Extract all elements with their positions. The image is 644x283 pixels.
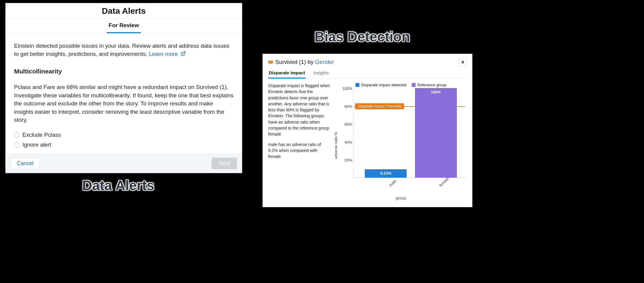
y-tick: 60% bbox=[340, 122, 352, 127]
chart-plot: 20%40%60%80%100%Disparate Impact Thresho… bbox=[354, 88, 465, 178]
bookmark-icon bbox=[461, 60, 465, 64]
dialog-footer: Cancel Next bbox=[6, 154, 242, 173]
svg-line-0 bbox=[183, 52, 185, 54]
y-tick: 20% bbox=[340, 158, 352, 162]
data-alerts-dialog: Data Alerts For Review Einstein detected… bbox=[5, 3, 242, 173]
y-tick: 80% bbox=[340, 104, 352, 109]
x-tick-label: female bbox=[438, 176, 450, 187]
legend-label-reference: Reference group bbox=[417, 83, 446, 87]
legend-swatch-detected bbox=[355, 83, 359, 87]
tab-insights[interactable]: Insights bbox=[313, 68, 329, 78]
threshold-tag: Disparate Impact Threshold bbox=[355, 103, 404, 109]
card-tabs: Disparate Impact Insights bbox=[268, 68, 467, 79]
caption-bias-detection: Bias Detection bbox=[315, 29, 410, 45]
dialog-header: Data Alerts bbox=[6, 3, 242, 19]
caption-data-alerts: Data Alerts bbox=[82, 177, 154, 193]
chart-legend: Disparate impact detected Reference grou… bbox=[335, 83, 467, 87]
card-title-prefix: Survived (1) by bbox=[275, 59, 315, 65]
tab-disparate-impact[interactable]: Disparate Impact bbox=[268, 68, 306, 79]
x-axis-label: group bbox=[335, 196, 467, 200]
option-exclude-pclass[interactable]: Exclude Pclass bbox=[14, 131, 234, 139]
disparate-impact-para2: male has an adverse ratio of 9.2% when c… bbox=[268, 142, 331, 160]
bookmark-button[interactable] bbox=[459, 58, 467, 66]
y-axis-label: adverse ratio % bbox=[334, 132, 338, 159]
alert-description: Pclass and Fare are 68% similar and migh… bbox=[14, 83, 234, 124]
dialog-title: Data Alerts bbox=[102, 6, 146, 16]
x-tick-label: male bbox=[388, 179, 397, 188]
learn-more-label: Learn more bbox=[149, 51, 178, 57]
option-ignore-alert[interactable]: Ignore alert bbox=[14, 141, 234, 149]
flag-icon bbox=[268, 60, 273, 64]
radio-icon bbox=[14, 132, 19, 138]
legend-reference: Reference group bbox=[412, 83, 446, 87]
legend-label-detected: Disparate impact detected bbox=[361, 83, 406, 87]
bias-detection-card: Survived (1) by Gender Disparate Impact … bbox=[263, 54, 472, 207]
disparate-impact-para1: Disparate Impact is flagged when Einstei… bbox=[268, 83, 331, 137]
disparate-impact-text: Disparate Impact is flagged when Einstei… bbox=[268, 83, 331, 205]
bar-value-label: 9.23% bbox=[380, 171, 391, 176]
intro-text-content: Einstein detected possible issues in you… bbox=[14, 43, 229, 57]
intro-text: Einstein detected possible issues in you… bbox=[14, 42, 234, 59]
card-content: Disparate Impact is flagged when Einstei… bbox=[268, 83, 467, 205]
y-tick: 40% bbox=[340, 140, 352, 144]
external-link-icon bbox=[181, 50, 186, 59]
dialog-body: Einstein detected possible issues in you… bbox=[6, 33, 242, 154]
card-title: Survived (1) by Gender bbox=[275, 59, 334, 65]
next-button[interactable]: Next bbox=[212, 158, 237, 169]
bar-male: 9.23% bbox=[365, 169, 407, 178]
tab-for-review[interactable]: For Review bbox=[107, 19, 141, 33]
card-title-row: Survived (1) by Gender bbox=[268, 59, 334, 65]
chart-area: Disparate impact detected Reference grou… bbox=[335, 83, 467, 205]
bar-female: 100% bbox=[415, 88, 457, 178]
option-label: Exclude Pclass bbox=[22, 131, 61, 139]
cancel-button[interactable]: Cancel bbox=[10, 158, 40, 169]
bar-value-label: 100% bbox=[431, 90, 441, 94]
y-tick: 100% bbox=[340, 86, 352, 91]
legend-detected: Disparate impact detected bbox=[355, 83, 406, 87]
card-header: Survived (1) by Gender bbox=[268, 58, 467, 66]
option-label: Ignore alert bbox=[22, 141, 51, 149]
radio-icon bbox=[14, 142, 19, 147]
alert-section-title: Multicollinearity bbox=[14, 67, 234, 76]
dialog-tabs: For Review bbox=[6, 19, 242, 33]
legend-swatch-reference bbox=[412, 83, 416, 87]
learn-more-link[interactable]: Learn more bbox=[149, 51, 186, 57]
card-title-field-link[interactable]: Gender bbox=[315, 59, 334, 65]
